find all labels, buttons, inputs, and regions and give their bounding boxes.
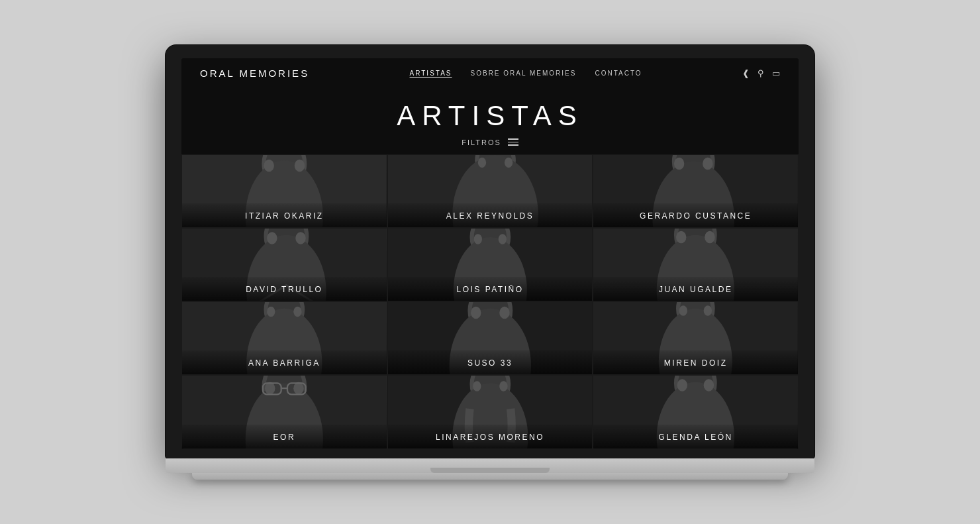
artist-overlay-11: LINAREJOS MORENO (388, 425, 593, 448)
page-content: ARTISTAS FILTROS (181, 88, 799, 449)
artist-cell-8[interactable]: SUSO 33 (387, 301, 593, 375)
artist-cell-10[interactable]: EOR (181, 375, 387, 448)
nav-link-artistas[interactable]: ARTISTAS (410, 70, 452, 77)
svg-point-52 (679, 305, 687, 315)
artist-name-9: MIREN DOIZ (664, 358, 728, 368)
artist-cell-2[interactable]: ALEX REYNOLDS (387, 154, 593, 228)
artist-overlay-3: GERARDO CUSTANCE (593, 203, 798, 227)
artist-cell-3[interactable]: GERARDO CUSTANCE (593, 154, 799, 228)
svg-point-47 (499, 307, 509, 319)
artist-name-4: DAVID TRULLO (246, 285, 322, 294)
site-logo[interactable]: ORAL MEMORIES (200, 68, 309, 79)
artist-name-7: ANA BARRIGA (248, 358, 320, 368)
svg-point-58 (265, 382, 275, 395)
artist-overlay-8: SUSO 33 (388, 350, 593, 374)
svg-point-59 (293, 382, 303, 395)
svg-point-29 (498, 234, 506, 244)
artist-name-1: ITZIAR OKARIZ (245, 211, 324, 221)
svg-point-28 (473, 234, 481, 244)
svg-point-46 (471, 307, 481, 319)
artist-name-5: LOIS PATIÑO (456, 285, 523, 294)
share-icon[interactable]: ❰ (742, 68, 750, 78)
artist-overlay-1: ITZIAR OKARIZ (182, 203, 387, 227)
filters-label: FILTROS (462, 138, 501, 146)
laptop: ORAL MEMORIES ARTISTAS SOBRE ORAL MEMORI… (166, 45, 814, 480)
artist-cell-1[interactable]: ITZIAR OKARIZ (181, 154, 387, 228)
svg-point-17 (703, 157, 712, 170)
artist-overlay-7: ANA BARRIGA (182, 350, 387, 374)
svg-point-67 (473, 382, 481, 392)
artist-name-6: JUAN UGALDE (659, 285, 733, 294)
artist-name-3: GERARDO CUSTANCE (640, 211, 752, 221)
artist-overlay-9: MIREN DOIZ (593, 350, 798, 374)
nav-links: ARTISTAS SOBRE ORAL MEMORIES CONTACTO (410, 70, 642, 77)
svg-point-41 (293, 307, 301, 317)
svg-point-74 (704, 379, 714, 392)
artist-overlay-10: EOR (182, 425, 387, 448)
artist-overlay-6: JUAN UGALDE (593, 277, 798, 301)
artist-cell-6[interactable]: JUAN UGALDE (593, 228, 799, 301)
screen-bezel: ORAL MEMORIES ARTISTAS SOBRE ORAL MEMORI… (166, 45, 814, 458)
laptop-screen: ORAL MEMORIES ARTISTAS SOBRE ORAL MEMORI… (181, 58, 799, 449)
artist-name-12: GLENDA LEÓN (659, 433, 733, 442)
svg-point-53 (704, 305, 712, 315)
svg-point-23 (295, 232, 305, 244)
svg-point-35 (705, 231, 715, 243)
svg-point-16 (674, 157, 684, 170)
svg-point-40 (267, 307, 275, 317)
artist-name-10: EOR (273, 433, 296, 442)
artist-name-11: LINAREJOS MORENO (436, 433, 544, 442)
artist-cell-5[interactable]: LOIS PATIÑO (387, 228, 593, 301)
laptop-foot (192, 473, 788, 480)
artist-cell-7[interactable]: ANA BARRIGA (181, 301, 387, 375)
artist-overlay-4: DAVID TRULLO (182, 277, 387, 301)
filters-bar[interactable]: FILTROS (181, 138, 799, 146)
svg-point-73 (677, 379, 687, 392)
page-title: ARTISTAS (181, 100, 799, 132)
artists-grid: ITZIAR OKARIZ (181, 154, 799, 449)
svg-point-10 (477, 157, 485, 167)
nav-icons: ❰ ⚲ ▭ (742, 68, 780, 78)
site-wrapper: ORAL MEMORIES ARTISTAS SOBRE ORAL MEMORI… (181, 58, 799, 449)
svg-point-34 (676, 231, 686, 243)
svg-point-68 (499, 382, 507, 392)
artist-cell-11[interactable]: LINAREJOS MORENO (387, 375, 593, 448)
artist-overlay-12: GLENDA LEÓN (593, 425, 798, 448)
svg-point-5 (295, 159, 305, 172)
filters-icon[interactable] (508, 138, 518, 146)
svg-point-22 (267, 232, 277, 244)
artist-overlay-2: ALEX REYNOLDS (388, 203, 593, 227)
navbar: ORAL MEMORIES ARTISTAS SOBRE ORAL MEMORI… (181, 58, 799, 88)
artist-cell-4[interactable]: DAVID TRULLO (181, 228, 387, 301)
artist-cell-9[interactable]: MIREN DOIZ (593, 301, 799, 375)
screen-icon[interactable]: ▭ (772, 68, 780, 78)
artist-name-2: ALEX REYNOLDS (446, 211, 534, 221)
artist-name-8: SUSO 33 (467, 358, 513, 368)
artist-overlay-5: LOIS PATIÑO (388, 277, 593, 301)
svg-point-4 (264, 159, 273, 172)
svg-point-11 (505, 157, 513, 167)
laptop-base (166, 458, 814, 473)
search-icon[interactable]: ⚲ (758, 68, 764, 78)
nav-link-sobre[interactable]: SOBRE ORAL MEMORIES (471, 70, 577, 77)
nav-link-contacto[interactable]: CONTACTO (595, 70, 642, 77)
artist-cell-12[interactable]: GLENDA LEÓN (593, 375, 799, 448)
